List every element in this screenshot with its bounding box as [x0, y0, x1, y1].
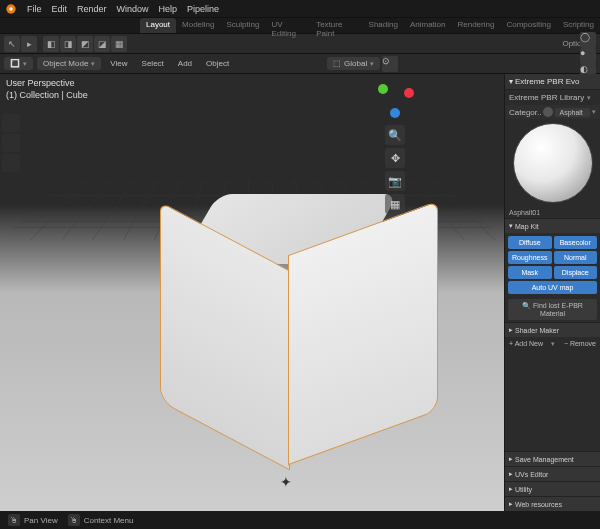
axis-x-icon[interactable]	[404, 88, 414, 98]
workspace-tabs: Layout Modeling Sculpting UV Editing Tex…	[0, 18, 600, 34]
menu-add[interactable]: Add	[173, 57, 197, 70]
mapkit-header[interactable]: ▾ Map Kit	[505, 218, 600, 233]
menu-edit[interactable]: Edit	[47, 2, 73, 16]
select-tool[interactable]	[2, 114, 20, 132]
triangle-right-icon: ▸	[509, 326, 513, 334]
tab-animation[interactable]: Animation	[404, 18, 452, 33]
category-row: Categor.. Asphalt ▾	[505, 105, 600, 119]
mouse-right-icon: 🖱	[68, 514, 80, 526]
axis-y-icon[interactable]	[378, 84, 388, 94]
cube-object[interactable]: ✦	[180, 194, 400, 454]
perspective-icon[interactable]: ▦	[385, 194, 405, 214]
triangle-right-icon: ▸	[509, 470, 513, 478]
cursor-tool[interactable]	[2, 134, 20, 152]
panel-title[interactable]: ▾ Extreme PBR Evo	[505, 74, 600, 90]
nav-gizmo[interactable]	[374, 78, 416, 120]
material-preview-sphere[interactable]	[513, 123, 593, 203]
pan-icon[interactable]: ✥	[385, 148, 405, 168]
triangle-right-icon: ▸	[509, 455, 513, 463]
mapkit-label: Map Kit	[515, 223, 539, 230]
menu-file[interactable]: File	[22, 2, 47, 16]
menu-select[interactable]: Select	[137, 57, 169, 70]
mode-label: Object Mode	[43, 59, 88, 68]
menu-help[interactable]: Help	[154, 2, 183, 16]
triangle-right-icon: ▸	[509, 500, 513, 508]
mouse-middle-icon: 🖱	[8, 514, 20, 526]
app-logo-icon	[4, 2, 18, 16]
map-mask-button[interactable]: Mask	[508, 266, 552, 279]
utility-header[interactable]: ▸ Utility	[505, 481, 600, 496]
shading-wireframe-icon[interactable]: ◯	[580, 32, 596, 48]
status-pan-label: Pan View	[24, 516, 58, 525]
add-new-button[interactable]: + Add New	[509, 340, 543, 348]
menu-view[interactable]: View	[105, 57, 132, 70]
shader-maker-label: Shader Maker	[515, 327, 559, 334]
status-context-label: Context Menu	[84, 516, 134, 525]
tab-uv-editing[interactable]: UV Editing	[265, 18, 310, 33]
web-resources-header[interactable]: ▸ Web resources	[505, 496, 600, 511]
overlay-line1: User Perspective	[6, 78, 88, 90]
auto-uv-button[interactable]: Auto UV map	[508, 281, 597, 294]
map-diffuse-button[interactable]: Diffuse	[508, 236, 552, 249]
tab-texture-paint[interactable]: Texture Paint	[310, 18, 362, 33]
menu-pipeline[interactable]: Pipeline	[182, 2, 224, 16]
tool-icon-d[interactable]: ◪	[94, 36, 110, 52]
editor-type-dropdown[interactable]: 🔳▾	[4, 57, 33, 70]
tool-icon-e[interactable]: ▦	[111, 36, 127, 52]
triangle-down-icon: ▾	[509, 77, 513, 86]
tool-icon-b[interactable]: ◨	[60, 36, 76, 52]
viewport-nav-column: 🔍 ✥ 📷 ▦	[384, 78, 406, 214]
map-buttons: Diffuse Basecolor Roughness Normal Mask …	[505, 233, 600, 297]
cursor-tool-icon[interactable]: ↖	[4, 36, 20, 52]
category-icon	[543, 107, 553, 117]
map-normal-button[interactable]: Normal	[554, 251, 598, 264]
library-row[interactable]: Extreme PBR Library ▾	[505, 90, 600, 105]
menu-window[interactable]: Window	[112, 2, 154, 16]
triangle-right-icon: ▸	[509, 485, 513, 493]
axis-z-icon[interactable]	[390, 108, 400, 118]
remove-button[interactable]: − Remove	[564, 340, 596, 348]
tool-icon-c[interactable]: ◩	[77, 36, 93, 52]
status-bar: 🖱 Pan View 🖱 Context Menu	[0, 511, 600, 529]
top-menu-bar: File Edit Render Window Help Pipeline	[0, 0, 600, 18]
tab-rendering[interactable]: Rendering	[451, 18, 500, 33]
zoom-icon[interactable]: 🔍	[385, 125, 405, 145]
menu-render[interactable]: Render	[72, 2, 112, 16]
3d-viewport[interactable]: User Perspective (1) Collection | Cube ✦…	[0, 74, 504, 511]
map-displace-button[interactable]: Displace	[554, 266, 598, 279]
uvs-editor-header[interactable]: ▸ UVs Editor	[505, 466, 600, 481]
web-resources-label: Web resources	[515, 501, 562, 508]
save-management-header[interactable]: ▸ Save Management	[505, 451, 600, 466]
move-tool[interactable]	[2, 154, 20, 172]
category-label: Categor..	[509, 108, 541, 117]
utility-label: Utility	[515, 486, 532, 493]
map-roughness-button[interactable]: Roughness	[508, 251, 552, 264]
category-dropdown[interactable]: Asphalt	[555, 108, 590, 117]
status-context: 🖱 Context Menu	[68, 514, 134, 526]
orientation-dropdown[interactable]: ⬚ Global ▾	[327, 57, 380, 70]
shading-solid-icon[interactable]: ●	[580, 48, 596, 64]
menu-object[interactable]: Object	[201, 57, 234, 70]
mode-dropdown[interactable]: Object Mode ▾	[37, 57, 101, 70]
uvs-editor-label: UVs Editor	[515, 471, 548, 478]
viewport-overlay: User Perspective (1) Collection | Cube	[6, 78, 88, 101]
pivot-icon[interactable]: ⊙	[382, 56, 398, 72]
material-name: Asphalt01	[505, 207, 600, 218]
tab-shading[interactable]: Shading	[363, 18, 404, 33]
secondary-toolbar: ↖ ▸ ◧ ◨ ◩ ◪ ▦ Options	[0, 34, 600, 54]
camera-icon[interactable]: 📷	[385, 171, 405, 191]
chevron-down-icon: ▾	[91, 60, 95, 68]
find-lost-button[interactable]: 🔍 Find lost E-PBR Material	[508, 299, 597, 320]
tool-icon-a[interactable]: ◧	[43, 36, 59, 52]
shader-maker-header[interactable]: ▸ Shader Maker	[505, 322, 600, 337]
status-pan: 🖱 Pan View	[8, 514, 58, 526]
svg-point-1	[9, 7, 13, 11]
tab-modeling[interactable]: Modeling	[176, 18, 220, 33]
tab-sculpting[interactable]: Sculpting	[221, 18, 266, 33]
3d-cursor-icon: ✦	[280, 474, 292, 490]
map-basecolor-button[interactable]: Basecolor	[554, 236, 598, 249]
tab-compositing[interactable]: Compositing	[500, 18, 556, 33]
save-management-label: Save Management	[515, 456, 574, 463]
tab-layout[interactable]: Layout	[140, 18, 176, 33]
play-icon[interactable]: ▸	[21, 36, 37, 52]
